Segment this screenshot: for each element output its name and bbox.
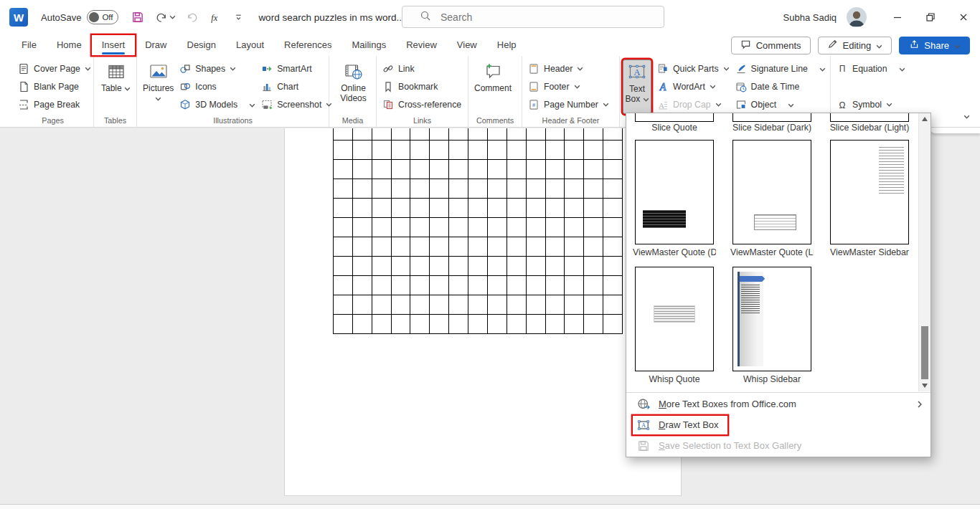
- grid-cell[interactable]: [488, 160, 507, 179]
- user-avatar[interactable]: [847, 7, 867, 27]
- grid-cell[interactable]: [449, 128, 468, 140]
- tab-help[interactable]: Help: [487, 35, 527, 55]
- grid-cell[interactable]: [488, 199, 507, 217]
- grid-cell[interactable]: [392, 295, 410, 314]
- grid-cell[interactable]: [468, 295, 487, 314]
- undo-button[interactable]: [155, 11, 176, 24]
- grid-cell[interactable]: [603, 160, 622, 179]
- grid-cell[interactable]: [507, 179, 526, 198]
- online-videos-button[interactable]: Online Videos: [335, 60, 372, 114]
- grid-cell[interactable]: [546, 315, 565, 333]
- grid-cell[interactable]: [603, 237, 622, 256]
- grid-cell[interactable]: [603, 295, 622, 314]
- grid-cell[interactable]: [449, 237, 468, 256]
- link-button[interactable]: Link: [382, 61, 461, 77]
- grid-cell[interactable]: [507, 257, 526, 275]
- grid-cell[interactable]: [603, 257, 622, 275]
- grid-cell[interactable]: [468, 179, 487, 198]
- grid-cell[interactable]: [449, 160, 468, 179]
- grid-cell[interactable]: [584, 257, 603, 275]
- tab-insert[interactable]: Insert: [92, 35, 136, 55]
- grid-cell[interactable]: [565, 128, 583, 140]
- grid-cell[interactable]: [353, 295, 372, 314]
- grid-cell[interactable]: [546, 141, 565, 159]
- grid-cell[interactable]: [527, 160, 545, 179]
- grid-cell[interactable]: [392, 128, 410, 140]
- grid-cell[interactable]: [507, 237, 526, 256]
- customize-toolbar-button[interactable]: [233, 12, 244, 23]
- save-button[interactable]: [131, 11, 144, 24]
- grid-cell[interactable]: [410, 179, 429, 198]
- signature-line-button[interactable]: Signature Line: [735, 61, 826, 77]
- grid-cell[interactable]: [507, 315, 526, 333]
- grid-cell[interactable]: [527, 295, 545, 314]
- grid-cell[interactable]: [372, 160, 391, 179]
- grid-cell[interactable]: [334, 237, 352, 256]
- gallery-item-whisp-quote[interactable]: [635, 267, 714, 371]
- word-search-grid[interactable]: [333, 128, 623, 334]
- grid-cell[interactable]: [449, 141, 468, 159]
- document-title[interactable]: word search puzzles in ms word....: [258, 12, 420, 23]
- grid-cell[interactable]: [527, 179, 545, 198]
- gallery-item-whisp-sidebar[interactable]: [732, 267, 811, 371]
- autosave-control[interactable]: AutoSave Off: [41, 10, 118, 24]
- chart-button[interactable]: Chart: [261, 79, 332, 95]
- restore-button[interactable]: [914, 0, 947, 34]
- comments-button[interactable]: Comments: [731, 37, 811, 54]
- grid-cell[interactable]: [430, 128, 448, 140]
- grid-cell[interactable]: [353, 199, 372, 217]
- smartart-button[interactable]: SmartArt: [261, 61, 332, 77]
- grid-cell[interactable]: [430, 257, 448, 275]
- shapes-button[interactable]: Shapes: [179, 61, 255, 77]
- grid-cell[interactable]: [392, 315, 410, 333]
- grid-cell[interactable]: [507, 218, 526, 237]
- grid-cell[interactable]: [353, 237, 372, 256]
- grid-cell[interactable]: [449, 276, 468, 295]
- tab-design[interactable]: Design: [177, 35, 226, 55]
- grid-cell[interactable]: [565, 237, 583, 256]
- grid-cell[interactable]: [546, 257, 565, 275]
- scroll-up-icon[interactable]: [922, 117, 928, 121]
- grid-cell[interactable]: [527, 218, 545, 237]
- grid-cell[interactable]: [410, 128, 429, 140]
- grid-cell[interactable]: [430, 141, 448, 159]
- search-input[interactable]: Search: [402, 6, 664, 28]
- grid-cell[interactable]: [353, 218, 372, 237]
- grid-cell[interactable]: [410, 315, 429, 333]
- grid-cell[interactable]: [334, 160, 352, 179]
- grid-cell[interactable]: [334, 276, 352, 295]
- grid-cell[interactable]: [410, 276, 429, 295]
- grid-cell[interactable]: [449, 315, 468, 333]
- gallery-item-partial-slice-quote[interactable]: [635, 113, 714, 122]
- grid-cell[interactable]: [488, 218, 507, 237]
- grid-cell[interactable]: [488, 141, 507, 159]
- grid-cell[interactable]: [565, 315, 583, 333]
- grid-cell[interactable]: [546, 237, 565, 256]
- grid-cell[interactable]: [468, 276, 487, 295]
- grid-cell[interactable]: [430, 295, 448, 314]
- grid-cell[interactable]: [430, 179, 448, 198]
- grid-cell[interactable]: [372, 257, 391, 275]
- grid-cell[interactable]: [334, 179, 352, 198]
- grid-cell[interactable]: [565, 160, 583, 179]
- grid-cell[interactable]: [507, 141, 526, 159]
- grid-cell[interactable]: [430, 315, 448, 333]
- grid-cell[interactable]: [334, 295, 352, 314]
- grid-cell[interactable]: [372, 141, 391, 159]
- grid-cell[interactable]: [488, 315, 507, 333]
- grid-cell[interactable]: [410, 141, 429, 159]
- autosave-toggle[interactable]: Off: [87, 10, 118, 24]
- icons-button[interactable]: Icons: [179, 79, 255, 95]
- word-logo-icon[interactable]: W: [9, 8, 28, 27]
- grid-cell[interactable]: [372, 199, 391, 217]
- editing-button[interactable]: Editing: [818, 37, 892, 54]
- grid-cell[interactable]: [334, 128, 352, 140]
- grid-cell[interactable]: [430, 276, 448, 295]
- comment-button[interactable]: Comment: [474, 60, 512, 114]
- grid-cell[interactable]: [353, 179, 372, 198]
- gallery-item-partial-slice-sidebar-dark[interactable]: [732, 113, 811, 122]
- object-button[interactable]: Object: [735, 97, 826, 113]
- grid-cell[interactable]: [468, 141, 487, 159]
- page-break-button[interactable]: Page Break: [18, 97, 91, 113]
- grid-cell[interactable]: [546, 128, 565, 140]
